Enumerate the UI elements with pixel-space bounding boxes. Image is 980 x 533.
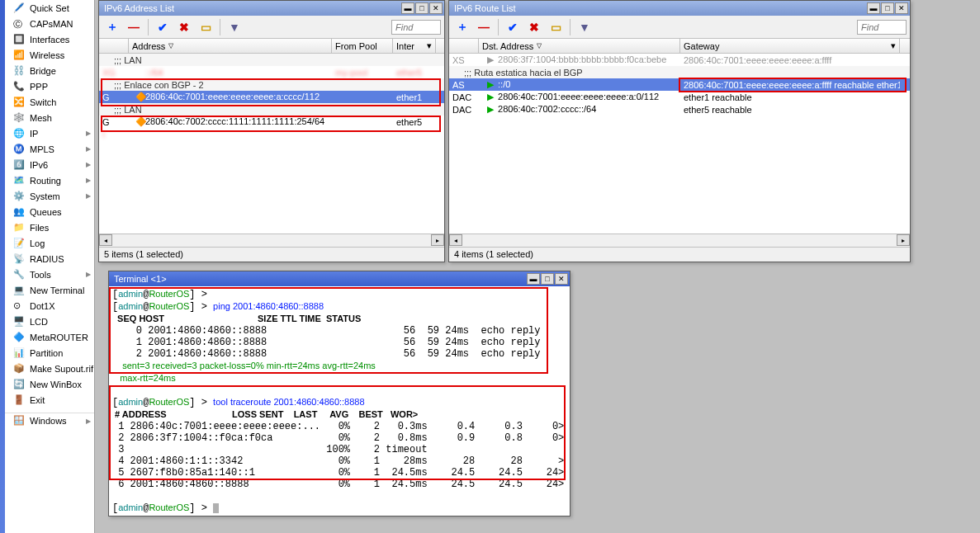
enable-button[interactable]: ✔: [153, 18, 173, 36]
sidebar-item-label: Queues: [30, 207, 62, 217]
table-row[interactable]: XS▶ 2806:3f7:1004:bbbb:bbbb:bbbb:f0ca:be…: [449, 54, 910, 66]
route-table-body: XS▶ 2806:3f7:1004:bbbb:bbbb:bbbb:f0ca:be…: [449, 54, 910, 233]
close-button[interactable]: ✕: [895, 2, 908, 14]
filter-button[interactable]: ▼: [225, 18, 244, 36]
address-table-header: Address▽ From Pool Inter▾: [99, 39, 444, 54]
table-comment: ;;; Ruta estatica hacia el BGP: [449, 66, 910, 78]
address-scrollbar[interactable]: ◂ ▸: [99, 233, 444, 247]
sidebar-item-new-terminal[interactable]: 💻New Terminal: [5, 282, 94, 298]
close-button[interactable]: ✕: [429, 2, 443, 14]
menu-icon: 6️⃣: [13, 159, 25, 171]
sidebar-item-radius[interactable]: 📡RADIUS: [5, 251, 94, 266]
sidebar-item-metarouter[interactable]: 🔷MetaROUTER: [5, 329, 94, 345]
sidebar-item-label: Wireless: [30, 50, 64, 60]
table-row[interactable]: XG::/64my-poolether5: [99, 66, 444, 78]
sidebar-item-label: MPLS: [30, 144, 54, 154]
comment-button[interactable]: ▭: [196, 18, 215, 36]
terminal-output[interactable]: [admin@RouterOS] > [admin@RouterOS] > pi…: [109, 286, 570, 516]
add-button[interactable]: ＋: [102, 18, 122, 36]
sidebar-item-label: Log: [30, 238, 45, 248]
disable-button[interactable]: ✖: [174, 18, 194, 36]
ipv6-route-window: IPv6 Route List ▬ □ ✕ ＋ — ✔ ✖ ▭ ▼ Dst. A…: [448, 0, 911, 262]
terminal-titlebar[interactable]: Terminal <1> ▬ □ ✕: [109, 271, 570, 286]
sidebar-item-bridge[interactable]: ⛓️Bridge: [5, 63, 94, 78]
filter-button[interactable]: ▼: [575, 18, 594, 36]
table-row[interactable]: DAC▶ 2806:40c:7002:cccc::/64ether5 reach…: [449, 103, 910, 116]
sidebar-item-ip[interactable]: 🌐IP▶: [5, 125, 94, 141]
add-button[interactable]: ＋: [452, 18, 472, 36]
remove-button[interactable]: —: [124, 18, 144, 36]
find-input[interactable]: [857, 20, 907, 35]
sidebar-item-switch[interactable]: 🔀Switch: [5, 94, 94, 110]
dst-col[interactable]: Dst. Address▽: [479, 39, 680, 53]
address-title: IPv6 Address List: [104, 3, 400, 13]
sidebar-windows[interactable]: 🪟 Windows ▶: [5, 413, 94, 428]
sidebar-item-lcd[interactable]: 🖥️LCD: [5, 314, 94, 329]
sidebar-item-wireless[interactable]: 📶Wireless: [5, 47, 94, 63]
sidebar-item-label: Interfaces: [30, 35, 69, 45]
scroll-left-button[interactable]: ◂: [99, 234, 112, 246]
menu-icon: 📁: [13, 222, 25, 233]
comment-button[interactable]: ▭: [546, 18, 566, 36]
minimize-button[interactable]: ▬: [401, 2, 414, 14]
sidebar-item-system[interactable]: ⚙️System▶: [5, 188, 94, 204]
disable-button[interactable]: ✖: [524, 18, 544, 36]
table-row[interactable]: G🔶2806:40c:7001:eeee:eeee:eeee:a:cccc/11…: [99, 91, 444, 103]
sidebar-item-files[interactable]: 📁Files: [5, 219, 94, 235]
route-title: IPv6 Route List: [454, 3, 866, 13]
sidebar-item-capsman[interactable]: ⒸCAPsMAN: [5, 16, 94, 31]
chevron-right-icon: ▶: [86, 145, 91, 153]
maximize-button[interactable]: □: [415, 2, 428, 14]
table-row[interactable]: DAC▶ 2806:40c:7001:eeee:eeee:eeee:a:0/11…: [449, 91, 910, 103]
menu-icon: 📡: [13, 253, 25, 265]
sidebar-item-make-supout.rif[interactable]: 📦Make Supout.rif: [5, 361, 94, 376]
sidebar-item-mpls[interactable]: Ⓜ️MPLS▶: [5, 141, 94, 157]
gateway-col[interactable]: Gateway▾: [680, 39, 900, 53]
sidebar-item-routing[interactable]: 🗺️Routing▶: [5, 172, 94, 188]
interface-col[interactable]: Inter▾: [393, 39, 436, 53]
sidebar-item-ppp[interactable]: 📞PPP: [5, 78, 94, 94]
address-status: 5 items (1 selected): [99, 247, 444, 262]
sidebar-item-queues[interactable]: 👥Queues: [5, 204, 94, 219]
sidebar-item-quick-set[interactable]: 🖊️Quick Set: [5, 0, 94, 16]
scroll-right-button[interactable]: ▸: [431, 234, 444, 246]
menu-icon: ⛓️: [13, 65, 25, 77]
address-col[interactable]: Address▽: [129, 39, 332, 53]
sidebar-item-new-winbox[interactable]: 🔄New WinBox: [5, 376, 94, 392]
address-titlebar[interactable]: IPv6 Address List ▬ □ ✕: [99, 1, 444, 16]
menu-icon: 👥: [13, 206, 25, 218]
flag-col[interactable]: [99, 39, 129, 53]
table-row[interactable]: I: [99, 128, 444, 140]
enable-button[interactable]: ✔: [503, 18, 523, 36]
sidebar-item-label: Files: [30, 223, 49, 233]
sidebar-item-tools[interactable]: 🔧Tools▶: [5, 266, 94, 282]
sidebar-item-interfaces[interactable]: 🔲Interfaces: [5, 31, 94, 47]
sidebar-item-log[interactable]: 📝Log: [5, 235, 94, 251]
maximize-button[interactable]: □: [541, 273, 554, 285]
table-row[interactable]: G🔶2806:40c:7002:cccc:1111:1111:1111:254/…: [99, 116, 444, 128]
scroll-left-button[interactable]: ◂: [449, 234, 462, 246]
maximize-button[interactable]: □: [881, 2, 894, 14]
sidebar-item-ipv6[interactable]: 6️⃣IPv6▶: [5, 157, 94, 172]
menu-icon: 📦: [13, 363, 25, 375]
minimize-button[interactable]: ▬: [527, 273, 540, 285]
table-row[interactable]: AS▶ ::/02806:40c:7001:eeee:eeee:eeee:a:f…: [449, 78, 910, 91]
sidebar-item-label: Tools: [30, 270, 51, 280]
menu-icon: Ⓒ: [13, 18, 25, 30]
flag-col[interactable]: [449, 39, 479, 53]
sidebar-item-mesh[interactable]: 🕸️Mesh: [5, 110, 94, 125]
scroll-right-button[interactable]: ▸: [897, 234, 910, 246]
menu-icon: 💻: [13, 285, 25, 296]
find-input[interactable]: [391, 20, 441, 35]
sidebar-item-partition[interactable]: 📊Partition: [5, 345, 94, 361]
frompool-col[interactable]: From Pool: [332, 39, 393, 53]
route-titlebar[interactable]: IPv6 Route List ▬ □ ✕: [449, 1, 910, 16]
close-button[interactable]: ✕: [555, 273, 568, 285]
terminal-title: Terminal <1>: [114, 274, 526, 284]
remove-button[interactable]: —: [474, 18, 494, 36]
sidebar-item-exit[interactable]: 🚪Exit: [5, 392, 94, 408]
minimize-button[interactable]: ▬: [867, 2, 880, 14]
route-scrollbar[interactable]: ◂ ▸: [449, 233, 910, 247]
sidebar-item-dot1x[interactable]: ⊙Dot1X: [5, 298, 94, 314]
sidebar-item-label: Switch: [30, 97, 56, 107]
